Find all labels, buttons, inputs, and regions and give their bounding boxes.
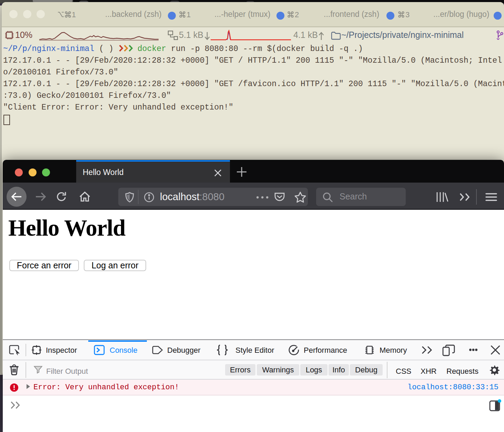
svg-text:3: 3: [405, 10, 410, 19]
svg-text:2: 2: [295, 10, 299, 19]
svg-text:1: 1: [72, 10, 76, 19]
svg-text:1: 1: [187, 10, 191, 19]
